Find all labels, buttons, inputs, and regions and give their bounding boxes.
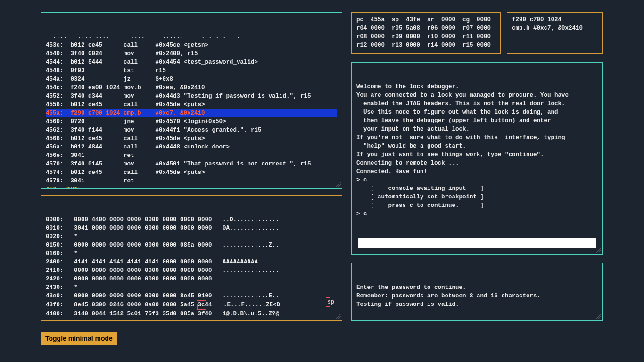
register-line: r04 0000 r05 5a08 r06 0000 r07 0000 [356, 24, 495, 33]
console-line: Connecting to remote lock ... [356, 159, 597, 167]
sp-cell: 3c44 [197, 300, 213, 310]
memory-line: 0020: * [46, 232, 337, 241]
disasm-line[interactable]: 4556: b012 de45 call #0x45de <puts> [46, 100, 337, 109]
instruction-line: f290 c700 1024 [512, 16, 597, 24]
io-line: Enter the password to continue. [356, 283, 597, 292]
debug-console-panel[interactable]: Welcome to the lock debugger.You are con… [351, 62, 603, 255]
instruction-line: cmp.b #0xc7, &0x2410 [512, 24, 597, 33]
disasm-line[interactable]: 4570: 3f40 0145 mov #0x4501 "That passwo… [46, 160, 337, 168]
memory-line: 2400: 4141 4141 4141 4141 4141 0000 0000… [46, 258, 337, 266]
console-line: You are connected to a lock you managed … [356, 91, 597, 99]
memory-line: 0160: * [46, 249, 337, 258]
memory-dump-panel[interactable]: 0000: 0000 4400 0000 0000 0000 0000 0000… [41, 195, 342, 321]
resize-handle[interactable] [596, 248, 601, 253]
disasm-line[interactable]: 454c: f240 ea00 1024 mov.b #0xea, &0x241… [46, 83, 337, 92]
console-line: [ automatically set breakpoint ] [356, 193, 597, 201]
memory-line: 43e0: 0000 0000 0000 0000 0000 0000 8e45… [46, 292, 337, 300]
resize-handle[interactable] [596, 314, 601, 319]
memory-line: 43f0: 8e45 0300 0246 0000 0a00 0000 5a45… [46, 300, 337, 310]
console-line: [ press c to continue. ] [356, 201, 597, 210]
register-line: r12 0000 r13 0000 r14 0000 r15 0000 [356, 41, 495, 49]
memory-line: 2420: 0000 0000 0000 0000 0000 0000 0000… [46, 275, 337, 283]
disasm-line[interactable]: 4560: 0720 jne #0x4570 <login+0x50> [46, 117, 337, 126]
console-line: If you're not sure what to do with this … [356, 133, 597, 142]
disasm-line[interactable]: 4552: 3f40 d344 mov #0x44d3 "Testing if … [46, 92, 337, 100]
disasm-line[interactable]: 4574: b012 de45 call #0x45de <puts> [46, 168, 337, 177]
disasm-line[interactable]: 454a: 0324 jz $+0x8 [46, 75, 337, 83]
console-line: enabled the JTAG headers. This is not th… [356, 99, 597, 108]
disasm-line[interactable]: 453c: b012 ce45 call #0x45ce <getsn> [46, 41, 337, 49]
disassembly-panel[interactable]: .... .... .... .... ...... . . . . .453c… [41, 12, 342, 189]
register-line: r08 0000 r09 0000 r10 0000 r11 0000 [356, 33, 495, 41]
disasm-line[interactable]: 4540: 3f40 0024 mov #0x2400, r15 [46, 49, 337, 58]
console-line: [ console awaiting input ] [356, 184, 597, 193]
disasm-line[interactable]: 4544: b012 5444 call #0x4454 <test_passw… [46, 58, 337, 66]
console-line: then leave the debugger (upper left butt… [356, 116, 597, 125]
registers-panel: pc 455a sp 43fe sr 0000 cg 0000 r04 0000… [351, 12, 501, 54]
disasm-line[interactable]: 455a: f290 c700 1024 cmp.b #0xc7, &0x241… [46, 109, 337, 117]
resize-handle[interactable] [336, 314, 341, 319]
toggle-minimal-mode-button[interactable]: Toggle minimal mode [41, 332, 117, 345]
disasm-line[interactable]: 457a <INT> [46, 185, 337, 189]
disasm-line[interactable]: .... .... .... .... ...... . . . . . [46, 33, 337, 41]
current-instruction-panel: f290 c700 1024cmp.b #0xc7, &0x2410 [507, 12, 603, 54]
memory-line: 2410: 0000 0000 0000 0000 0000 0000 0000… [46, 266, 337, 275]
console-line: > c [356, 210, 597, 218]
console-line: "help" would be a good start. [356, 142, 597, 150]
memory-line: 0000: 0000 4400 0000 0000 0000 0000 0000… [46, 215, 337, 224]
console-line: > c [356, 176, 597, 184]
disasm-line[interactable]: 456e: 3041 ret [46, 151, 337, 160]
memory-line: 4410: 0000 0f93 0724 8245 5c01 2f83 9f4f… [46, 318, 337, 321]
console-line: If you just want to see things work, typ… [356, 150, 597, 159]
memory-line: 2430: * [46, 283, 337, 292]
sp-marker: sp [326, 297, 336, 307]
memory-line: 0010: 3041 0000 0000 0000 0000 0000 0000… [46, 224, 337, 232]
io-panel[interactable]: Enter the password to continue.Remember:… [351, 263, 603, 321]
console-input[interactable] [358, 238, 596, 248]
io-line: Remember: passwords are between 8 and 16… [356, 292, 597, 300]
disasm-line[interactable]: 4548: 0f93 tst r15 [46, 66, 337, 75]
console-line: Use this mode to figure out what the loc… [356, 108, 597, 116]
disasm-line[interactable]: 456a: b012 4844 call #0x4448 <unlock_doo… [46, 143, 337, 151]
resize-handle[interactable] [336, 182, 341, 187]
io-line: Testing if password is valid. [356, 300, 597, 309]
disasm-line[interactable]: 4562: 3f40 f144 mov #0x44f1 "Access gran… [46, 126, 337, 134]
console-line: your input on the actual lock. [356, 125, 597, 133]
console-line: Connected. Have fun! [356, 167, 597, 176]
console-line: Welcome to the lock debugger. [356, 82, 597, 91]
disasm-line[interactable]: 4566: b012 de45 call #0x45de <puts> [46, 134, 337, 143]
register-line: pc 455a sp 43fe sr 0000 cg 0000 [356, 16, 495, 24]
memory-line: 4400: 3140 0044 1542 5c01 75f3 35d0 085a… [46, 310, 337, 318]
disasm-line[interactable]: 4578: 3041 ret [46, 177, 337, 185]
memory-line: 0150: 0000 0000 0000 0000 0000 0000 085a… [46, 241, 337, 249]
